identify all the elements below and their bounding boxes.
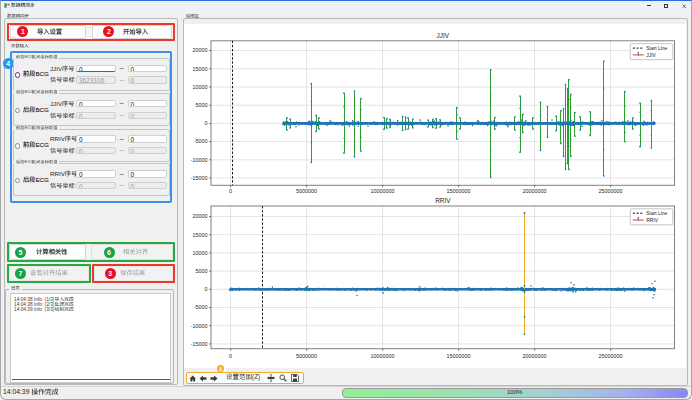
svg-text:-5000: -5000 xyxy=(194,138,208,144)
svg-text:-10000: -10000 xyxy=(191,322,208,328)
svg-text:RRIV: RRIV xyxy=(646,217,658,222)
svg-text:20000: 20000 xyxy=(193,213,208,219)
svg-text:14:04:39 Info: (3/3): 14:04:39 Info: (3/3) xyxy=(14,307,55,312)
svg-text:15000000: 15000000 xyxy=(447,352,471,358)
svg-text:5000000: 5000000 xyxy=(296,188,317,194)
svg-text:0: 0 xyxy=(229,352,232,358)
svg-text:15000: 15000 xyxy=(193,65,208,71)
svg-text:14:04:38 Info: (2/3): 14:04:38 Info: (2/3) xyxy=(14,302,55,307)
svg-text:0: 0 xyxy=(229,188,232,194)
svg-text:5000000: 5000000 xyxy=(296,352,317,358)
svg-text:14:04:38 Info: (1/3): 14:04:38 Info: (1/3) xyxy=(14,297,55,302)
svg-text:25000000: 25000000 xyxy=(599,352,623,358)
svg-text:20000000: 20000000 xyxy=(523,352,547,358)
svg-text:-15000: -15000 xyxy=(191,174,208,180)
svg-text:(Z): (Z) xyxy=(252,373,260,381)
svg-text:RRIV: RRIV xyxy=(50,170,66,177)
svg-text:15000000: 15000000 xyxy=(447,188,471,194)
svg-text:ECG: ECG xyxy=(35,141,49,148)
svg-text:25000000: 25000000 xyxy=(599,188,623,194)
svg-text:15000: 15000 xyxy=(193,231,208,237)
svg-text:JJIV: JJIV xyxy=(50,100,63,107)
svg-text:ECG: ECG xyxy=(35,176,49,183)
svg-text:RRIV: RRIV xyxy=(435,197,451,204)
svg-text:JJIV: JJIV xyxy=(50,64,63,71)
svg-text:BCG: BCG xyxy=(35,106,49,113)
svg-text:JJIV: JJIV xyxy=(646,52,656,57)
svg-text:Start Line: Start Line xyxy=(646,211,667,216)
svg-text:-15000: -15000 xyxy=(191,340,208,346)
svg-text:10000000: 10000000 xyxy=(371,352,395,358)
svg-text:10000: 10000 xyxy=(193,249,208,255)
svg-text:14:04:39: 14:04:39 xyxy=(3,388,31,395)
svg-text:10000000: 10000000 xyxy=(371,188,395,194)
svg-text:10000: 10000 xyxy=(193,83,208,89)
svg-text:-5000: -5000 xyxy=(194,304,208,310)
svg-text:Start Line: Start Line xyxy=(646,45,667,50)
svg-text:5000: 5000 xyxy=(196,102,208,108)
svg-text:-10000: -10000 xyxy=(191,156,208,162)
svg-text:5000: 5000 xyxy=(196,267,208,273)
svg-text:RRIV: RRIV xyxy=(50,135,66,142)
svg-text:BCG: BCG xyxy=(35,70,49,77)
svg-text:0: 0 xyxy=(205,120,208,126)
svg-text:JJIV: JJIV xyxy=(437,32,450,39)
svg-text:20000000: 20000000 xyxy=(523,188,547,194)
svg-text:0: 0 xyxy=(205,286,208,292)
svg-text:20000: 20000 xyxy=(193,47,208,53)
